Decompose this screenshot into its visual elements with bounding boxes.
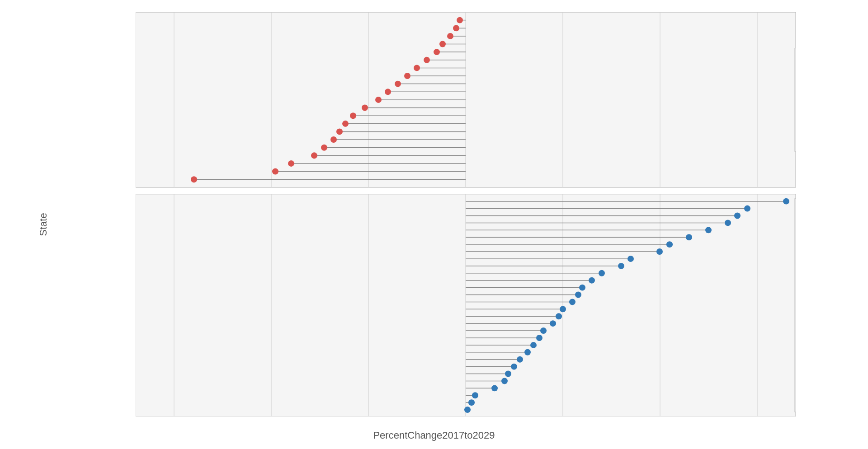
svg-rect-2 — [795, 48, 796, 152]
svg-point-115 — [491, 385, 498, 391]
svg-point-79 — [627, 256, 634, 262]
svg-point-89 — [575, 292, 581, 298]
svg-point-77 — [656, 248, 663, 255]
svg-point-61 — [191, 176, 197, 182]
svg-point-57 — [288, 160, 294, 167]
svg-point-41 — [375, 97, 382, 103]
svg-point-97 — [550, 320, 556, 327]
svg-point-21 — [457, 17, 463, 23]
svg-point-45 — [350, 112, 356, 119]
svg-point-103 — [530, 342, 537, 348]
x-axis-label: PercentChange2017to2029 — [373, 430, 495, 441]
svg-point-99 — [540, 327, 547, 334]
svg-point-119 — [468, 399, 475, 406]
svg-point-49 — [336, 128, 343, 135]
svg-point-109 — [511, 364, 517, 370]
svg-point-47 — [342, 121, 349, 127]
svg-point-93 — [560, 306, 566, 312]
svg-point-69 — [725, 220, 731, 226]
svg-point-63 — [783, 198, 789, 205]
svg-point-35 — [404, 73, 410, 79]
svg-point-85 — [589, 277, 595, 284]
y-axis-label: State — [38, 213, 49, 236]
svg-point-71 — [705, 227, 712, 233]
svg-rect-4 — [795, 199, 796, 412]
svg-point-55 — [311, 152, 317, 159]
svg-point-121 — [464, 407, 471, 413]
svg-point-25 — [447, 33, 453, 39]
svg-point-111 — [505, 371, 511, 377]
chart-container: State Decrease Increase Decrease Increas… — [0, 0, 868, 449]
svg-point-51 — [330, 136, 337, 143]
svg-point-31 — [424, 57, 430, 63]
svg-point-37 — [395, 81, 401, 87]
svg-point-53 — [321, 145, 327, 151]
svg-point-23 — [453, 25, 459, 31]
chart-wrapper: State Decrease Increase Decrease Increas… — [32, 8, 836, 441]
svg-point-91 — [569, 299, 576, 305]
svg-point-105 — [524, 349, 531, 355]
svg-point-101 — [536, 335, 542, 341]
svg-point-113 — [501, 378, 508, 384]
svg-point-27 — [439, 41, 446, 47]
svg-point-59 — [272, 168, 278, 175]
svg-point-107 — [517, 356, 523, 363]
svg-point-87 — [579, 285, 585, 291]
svg-point-75 — [666, 241, 673, 248]
svg-point-33 — [414, 65, 420, 71]
svg-point-43 — [362, 105, 368, 111]
chart-svg: Decrease Increase Decrease Increase — [136, 12, 796, 416]
svg-point-73 — [686, 234, 692, 240]
svg-point-67 — [734, 213, 741, 219]
svg-point-117 — [472, 392, 478, 398]
svg-point-95 — [556, 313, 562, 319]
svg-point-83 — [599, 270, 605, 276]
svg-point-81 — [618, 263, 624, 269]
svg-point-39 — [385, 89, 391, 95]
svg-point-29 — [434, 49, 440, 55]
svg-point-65 — [744, 206, 750, 212]
